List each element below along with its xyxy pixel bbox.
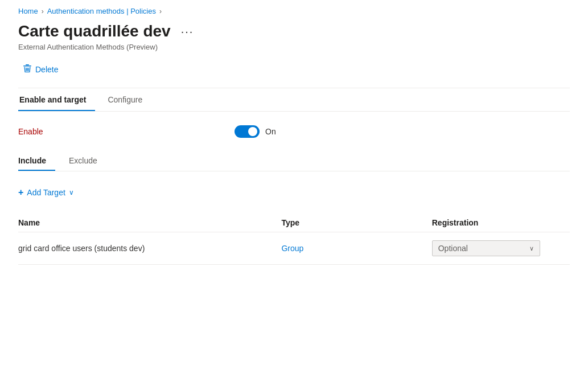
svg-rect-0 bbox=[26, 64, 29, 65]
sub-tabs: Include Exclude bbox=[18, 151, 570, 171]
col-header-name: Name bbox=[18, 214, 281, 232]
type-value: Group bbox=[281, 244, 303, 253]
page-title-row: Carte quadrillée dev ··· bbox=[18, 22, 570, 40]
cell-type: Group bbox=[281, 232, 431, 265]
registration-value: Optional bbox=[438, 244, 468, 253]
sub-tab-exclude[interactable]: Exclude bbox=[69, 151, 106, 171]
page-subtitle: External Authentication Methods (Preview… bbox=[18, 43, 570, 51]
breadcrumb-home[interactable]: Home bbox=[18, 7, 38, 15]
breadcrumb-sep1: › bbox=[42, 7, 44, 15]
table-header: Name Type Registration bbox=[18, 214, 570, 232]
sub-tab-include[interactable]: Include bbox=[18, 151, 55, 171]
col-header-registration: Registration bbox=[432, 214, 570, 232]
breadcrumb-section[interactable]: Authentication methods | Policies bbox=[47, 7, 156, 15]
toggle-container: On bbox=[235, 125, 276, 138]
plus-icon: + bbox=[18, 187, 23, 198]
tab-enable-and-target[interactable]: Enable and target bbox=[18, 88, 95, 111]
delete-icon bbox=[23, 64, 32, 75]
table-row: grid card office users (students dev) Gr… bbox=[18, 232, 570, 265]
main-tabs: Enable and target Configure bbox=[18, 88, 570, 112]
table-body: grid card office users (students dev) Gr… bbox=[18, 232, 570, 265]
breadcrumb-sep2: › bbox=[159, 7, 162, 15]
page-container: Home › Authentication methods | Policies… bbox=[0, 0, 588, 283]
tab-configure[interactable]: Configure bbox=[106, 88, 151, 111]
more-icon: ··· bbox=[181, 25, 194, 38]
enable-label: Enable bbox=[18, 127, 235, 136]
delete-button[interactable]: Delete bbox=[18, 60, 63, 79]
registration-dropdown[interactable]: Optional ∨ bbox=[432, 240, 540, 256]
toggle-thumb bbox=[248, 127, 257, 136]
col-header-type: Type bbox=[281, 214, 431, 232]
cell-registration: Optional ∨ bbox=[432, 232, 570, 265]
enable-row: Enable On bbox=[18, 125, 570, 138]
registration-chevron-icon: ∨ bbox=[529, 245, 534, 252]
page-title: Carte quadrillée dev bbox=[18, 22, 171, 40]
add-target-button[interactable]: + Add Target ∨ bbox=[18, 183, 74, 202]
toggle-state-label: On bbox=[265, 127, 276, 136]
toolbar: Delete bbox=[18, 60, 570, 88]
more-options-button[interactable]: ··· bbox=[178, 24, 198, 39]
delete-label: Delete bbox=[35, 65, 58, 74]
svg-rect-1 bbox=[23, 65, 31, 67]
cell-name: grid card office users (students dev) bbox=[18, 232, 281, 265]
table-header-row: Name Type Registration bbox=[18, 214, 570, 232]
targets-table: Name Type Registration grid card office … bbox=[18, 214, 570, 265]
enable-toggle[interactable] bbox=[235, 125, 260, 138]
add-target-label: Add Target bbox=[27, 188, 65, 197]
chevron-down-icon: ∨ bbox=[69, 188, 74, 196]
breadcrumb: Home › Authentication methods | Policies… bbox=[18, 7, 570, 15]
